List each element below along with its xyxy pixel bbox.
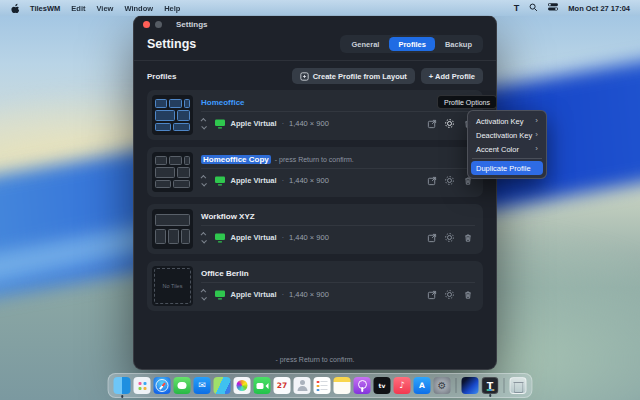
reorder-chevrons[interactable]: [202, 290, 206, 300]
dock-safari-icon[interactable]: [154, 377, 171, 394]
profile-card: Homeoffice Copy - press Return to confir…: [147, 147, 483, 197]
dock-settings-icon[interactable]: ⚙: [434, 377, 451, 394]
edit-layout-button[interactable]: [426, 232, 437, 243]
chevron-down-icon[interactable]: [201, 181, 206, 186]
tab-general[interactable]: General: [342, 37, 388, 51]
apple-menu-icon[interactable]: [10, 3, 19, 14]
dock-tv-icon[interactable]: tv: [374, 377, 391, 394]
separator-dot: ·: [282, 291, 284, 298]
tile: [177, 110, 190, 121]
edit-layout-button[interactable]: [426, 175, 437, 186]
dock-notes-icon[interactable]: [334, 377, 351, 394]
menu-bar-clock[interactable]: Mon Oct 27 17:04: [568, 4, 630, 13]
display-name: Apple Virtual: [231, 233, 277, 242]
no-tiles-label: No Tiles: [152, 266, 193, 306]
profile-card: Workflow XYZ Apple Virtual ·: [147, 204, 483, 254]
dock-maps-icon[interactable]: [214, 377, 231, 394]
menu-item-deactivation-key[interactable]: Deactivation Key›: [471, 128, 543, 142]
separator-dot: ·: [282, 234, 284, 241]
display-name: Apple Virtual: [231, 119, 277, 128]
dock-photos-icon[interactable]: [234, 377, 251, 394]
delete-profile-button[interactable]: [462, 289, 473, 300]
separator-dot: ·: [282, 120, 284, 127]
menubar-item-tileswm[interactable]: TilesWM: [30, 4, 60, 13]
dock-calendar-icon[interactable]: 27: [274, 377, 291, 394]
display-icon: [214, 286, 226, 304]
menubar-item-window[interactable]: Window: [124, 4, 153, 13]
tile: [181, 229, 190, 244]
profile-thumbnail: [152, 95, 193, 135]
footer-hint: - press Return to confirm.: [134, 356, 496, 363]
tileswm-status-icon[interactable]: T: [514, 3, 520, 13]
menu-item-activation-key[interactable]: Activation Key›: [471, 114, 543, 128]
display-icon: [214, 172, 226, 190]
dock-trash-icon[interactable]: [510, 377, 527, 394]
chevron-down-icon[interactable]: [201, 238, 206, 243]
menu-item-duplicate-profile[interactable]: Duplicate Profile: [471, 161, 543, 175]
profile-name[interactable]: Office Berlin: [201, 269, 249, 278]
profile-name[interactable]: Homeoffice: [201, 98, 245, 107]
profile-options-button[interactable]: [444, 118, 455, 129]
reorder-chevrons[interactable]: [202, 233, 206, 243]
profile-options-button[interactable]: [444, 232, 455, 243]
display-name: Apple Virtual: [231, 290, 277, 299]
dock-finder-icon[interactable]: [114, 377, 131, 394]
reorder-chevrons[interactable]: [202, 176, 206, 186]
tile: [155, 110, 175, 121]
menu-item-accent-color[interactable]: Accent Color›: [471, 142, 543, 156]
chevron-down-icon[interactable]: [201, 124, 206, 129]
dock-launchpad-icon[interactable]: [134, 377, 151, 394]
tile: [155, 123, 171, 131]
chevron-up-icon[interactable]: [201, 289, 206, 294]
menubar-item-edit[interactable]: Edit: [71, 4, 85, 13]
tile: [155, 214, 190, 226]
dock-contacts-icon[interactable]: [294, 377, 311, 394]
display-icon: [214, 229, 226, 247]
tile: [184, 99, 190, 108]
add-profile-button[interactable]: + Add Profile: [421, 68, 483, 84]
chevron-up-icon[interactable]: [201, 232, 206, 237]
dock-facetime-icon[interactable]: [254, 377, 271, 394]
control-center-icon[interactable]: [548, 3, 558, 13]
dock-app-store-icon[interactable]: A: [414, 377, 431, 394]
profile-options-button[interactable]: [444, 175, 455, 186]
tab-profiles[interactable]: Profiles: [389, 37, 435, 51]
settings-window: Settings Settings GeneralProfilesBackup …: [133, 15, 497, 370]
delete-profile-button[interactable]: [462, 232, 473, 243]
profile-thumbnail: [152, 209, 193, 249]
profile-card: Homeoffice Active Apple Virtual: [147, 90, 483, 140]
reorder-chevrons[interactable]: [202, 119, 206, 129]
tab-backup[interactable]: Backup: [436, 37, 481, 51]
dock-reminders-icon[interactable]: [314, 377, 331, 394]
profile-name[interactable]: Workflow XYZ: [201, 212, 255, 221]
menu-bar: TilesWMEditViewWindowHelp T Mon Oct 27 1…: [0, 0, 640, 16]
profile-thumbnail: No Tiles: [152, 266, 193, 306]
tile: [173, 123, 190, 131]
spotlight-icon[interactable]: [529, 3, 538, 14]
tile: [177, 167, 190, 178]
dock-music-icon[interactable]: ♪: [394, 377, 411, 394]
dock-separator: [504, 378, 505, 393]
close-button[interactable]: [143, 21, 150, 28]
dock-mail-icon[interactable]: ✉: [194, 377, 211, 394]
menubar-item-view[interactable]: View: [96, 4, 113, 13]
minimize-button[interactable]: [155, 21, 162, 28]
tile: [155, 99, 167, 108]
tile: [169, 99, 182, 108]
chevron-down-icon[interactable]: [201, 295, 206, 300]
profile-name[interactable]: Homeoffice Copy: [201, 155, 271, 164]
dock-messages-icon[interactable]: [174, 377, 191, 394]
window-titlebar[interactable]: Settings: [134, 16, 496, 32]
dock-tileswm-icon[interactable]: T: [482, 377, 499, 394]
tile: [155, 167, 175, 178]
profile-options-button[interactable]: [444, 289, 455, 300]
create-profile-from-layout-button[interactable]: Create Profile from Layout: [292, 68, 415, 84]
menubar-item-help[interactable]: Help: [164, 4, 180, 13]
edit-layout-button[interactable]: [426, 118, 437, 129]
chevron-up-icon[interactable]: [201, 175, 206, 180]
chevron-up-icon[interactable]: [201, 118, 206, 123]
submenu-arrow-icon: ›: [535, 145, 538, 153]
dock-preview-app-icon[interactable]: [462, 377, 479, 394]
edit-layout-button[interactable]: [426, 289, 437, 300]
dock-podcasts-icon[interactable]: [354, 377, 371, 394]
